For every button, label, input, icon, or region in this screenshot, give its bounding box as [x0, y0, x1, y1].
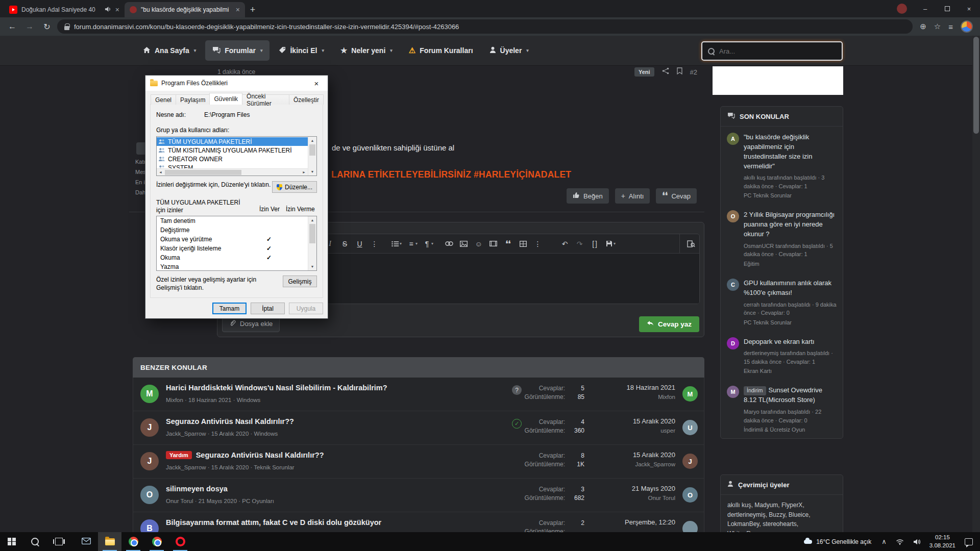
close-button[interactable]: ×: [958, 0, 980, 17]
file-explorer-button[interactable]: [98, 532, 121, 551]
topic-title[interactable]: 2 Yıllık Bilgisayar programcılığı puanın…: [744, 210, 837, 239]
tab-youtube[interactable]: Doğukan Adal Saniyede 40 ×: [4, 2, 125, 17]
advanced-button[interactable]: Gelişmiş: [283, 276, 317, 287]
action-center-icon[interactable]: [960, 538, 977, 545]
nav-item-home[interactable]: Ana Sayfa ▾: [136, 40, 203, 61]
scrollbar-thumb[interactable]: [309, 144, 315, 156]
horizontal-scrollbar[interactable]: ◄►: [157, 168, 308, 176]
scroll-right-icon[interactable]: ►: [302, 170, 306, 174]
post-number[interactable]: #2: [690, 68, 697, 76]
smiley-icon[interactable]: ☺: [471, 234, 486, 254]
padlock-icon[interactable]: [64, 23, 69, 30]
forward-button[interactable]: →: [22, 19, 37, 34]
vertical-scrollbar[interactable]: ▲▼: [308, 216, 316, 270]
mail-app-button[interactable]: [75, 532, 98, 551]
quote-button[interactable]: + Alıntı: [615, 188, 650, 204]
last-post-date[interactable]: 15 Aralık 2020: [633, 417, 675, 425]
permission-row[interactable]: Klasör içeriği listeleme✓: [157, 244, 316, 253]
chevron-down-icon[interactable]: ▾: [431, 241, 433, 246]
list-item[interactable]: TÜM KISITLANMIŞ UYGULAMA PAKETLERİ: [157, 146, 308, 155]
chrome-app-button[interactable]: [121, 532, 145, 551]
post-reply-button[interactable]: Cevap yaz: [639, 316, 699, 332]
table-row[interactable]: M Harici Harddiskteki Windows'u Nasıl Si…: [133, 378, 704, 411]
ok-button[interactable]: Tamam: [212, 303, 247, 314]
permission-row[interactable]: Yazma: [157, 262, 316, 271]
chevron-down-icon[interactable]: ▾: [415, 241, 418, 246]
topic-title[interactable]: Depopark ve ekran kartı: [744, 337, 837, 347]
topic-title[interactable]: Segurazo Antivirüs Nasıl Kaldırılır??: [196, 451, 324, 459]
topic-title[interactable]: İndirimSunset Ovewdrive 8.12 TL(Microsof…: [744, 386, 837, 405]
last-post-date[interactable]: 15 Aralık 2020: [633, 451, 675, 459]
browser-profile-avatar[interactable]: [961, 20, 973, 33]
list-item[interactable]: C GPU kullanımının anlık olarak %100'e ç…: [721, 272, 843, 331]
bookmark-star-icon[interactable]: ☆: [934, 22, 941, 31]
list-item[interactable]: CREATOR OWNER: [157, 155, 308, 163]
scrollbar-thumb[interactable]: [165, 170, 241, 175]
scroll-down-icon[interactable]: ▼: [308, 265, 316, 268]
tab-onceki-surumler[interactable]: Önceki Sürümler: [242, 94, 289, 105]
cancel-button[interactable]: İptal: [251, 303, 285, 314]
chevron-down-icon[interactable]: ▾: [400, 241, 402, 246]
network-icon[interactable]: [891, 539, 909, 545]
source-code-icon[interactable]: [ ]: [587, 234, 602, 254]
last-post-user[interactable]: Jackk_Sparrow: [633, 461, 675, 467]
volume-icon[interactable]: [909, 539, 925, 545]
nav-item-members[interactable]: Üyeler ▾: [482, 40, 536, 61]
table-row[interactable]: J Segurazo Antivirüs Nasıl Kaldırılır?? …: [133, 411, 704, 445]
last-post-user[interactable]: Mixfon: [627, 394, 675, 400]
url-text[interactable]: forum.donanimarsivi.com/konu/bu-klasoerd…: [74, 23, 459, 31]
tab-ozellestir[interactable]: Özelleştir: [289, 94, 324, 105]
table-icon[interactable]: [516, 234, 530, 254]
group-listbox[interactable]: TÜM UYGULAMA PAKETLERİ TÜM KISITLANMIŞ U…: [156, 136, 317, 176]
last-post-date[interactable]: 21 Mayıs 2020: [632, 485, 675, 492]
maximize-button[interactable]: [936, 0, 958, 17]
tab-close-icon[interactable]: ×: [115, 6, 119, 14]
avatar[interactable]: U: [682, 420, 698, 435]
tab-forum[interactable]: "bu klasörde değişiklik yapabilmi ×: [125, 2, 245, 17]
avatar[interactable]: A: [727, 133, 739, 145]
last-post-user[interactable]: Onur Torul: [632, 495, 675, 501]
post-timestamp[interactable]: 1 dakika önce: [217, 68, 255, 76]
avatar[interactable]: J: [682, 454, 698, 469]
forum-search[interactable]: [701, 41, 843, 61]
address-bar[interactable]: forum.donanimarsivi.com/konu/bu-klasoerd…: [57, 19, 913, 34]
list-item[interactable]: M İndirimSunset Ovewdrive 8.12 TL(Micros…: [721, 380, 843, 438]
topic-title[interactable]: Segurazo Antivirüs Nasıl Kaldırılır??: [166, 417, 294, 425]
avatar[interactable]: J: [140, 418, 159, 437]
topic-title[interactable]: GPU kullanımının anlık olarak %100'e çık…: [744, 279, 837, 298]
avatar[interactable]: M: [682, 386, 698, 402]
permission-row[interactable]: Değiştirme: [157, 226, 316, 235]
avatar[interactable]: D: [727, 337, 739, 349]
page-scrollbar[interactable]: [972, 36, 980, 532]
tray-expand-icon[interactable]: ∧: [877, 538, 891, 545]
avatar[interactable]: J: [140, 452, 159, 470]
list-item[interactable]: A "bu klasörde değişiklik yapabilmeniz i…: [721, 127, 843, 204]
topic-category[interactable]: Eğitim: [744, 261, 837, 267]
topic-title[interactable]: silinmeyen dosya: [166, 485, 228, 493]
last-post-user[interactable]: usper: [633, 428, 675, 434]
nav-item-second-hand[interactable]: İkinci El ▾: [272, 40, 331, 61]
nav-item-forums[interactable]: Forumlar ▾: [205, 40, 270, 61]
back-button[interactable]: ←: [5, 19, 19, 34]
search-input[interactable]: [719, 47, 836, 55]
avatar[interactable]: C: [727, 279, 739, 291]
allow-checkbox[interactable]: ✓: [261, 236, 277, 243]
strikethrough-icon[interactable]: S: [337, 234, 352, 254]
permission-row[interactable]: Okuma ve yürütme✓: [157, 235, 316, 244]
topic-category[interactable]: PC Teknik Sorunlar: [744, 319, 837, 325]
nav-item-rules[interactable]: ⚠ Forum Kuralları: [402, 40, 480, 61]
tab-audio-icon[interactable]: [105, 6, 111, 14]
allow-checkbox[interactable]: ✓: [261, 245, 277, 252]
topic-title[interactable]: "bu klasörde değişiklik yapabilmeniz içi…: [744, 133, 837, 171]
opera-app-button[interactable]: [168, 532, 192, 551]
new-tab-button[interactable]: +: [245, 2, 260, 17]
list-item[interactable]: D Depopark ve ekran kartı dertlerineymiş…: [721, 331, 843, 380]
list-item[interactable]: TÜM UYGULAMA PAKETLERİ: [157, 137, 308, 146]
redo-icon[interactable]: ↷: [572, 234, 587, 254]
allow-checkbox[interactable]: ✓: [261, 254, 277, 261]
share-icon[interactable]: [662, 67, 669, 77]
list-item[interactable]: O 2 Yıllık Bilgisayar programcılığı puan…: [721, 204, 843, 272]
edit-button[interactable]: Düzenle...: [272, 181, 317, 193]
chrome-app-button-2[interactable]: [145, 532, 168, 551]
bookmark-icon[interactable]: [677, 67, 682, 77]
